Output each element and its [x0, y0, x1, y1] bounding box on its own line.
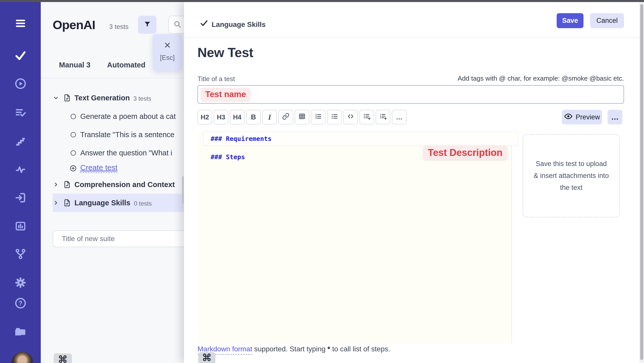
suite-row-language-skills[interactable]: Language Skills 0 tests	[53, 194, 184, 212]
bar-chart-icon[interactable]	[14, 220, 27, 232]
command-key-glyph: ⌘	[202, 352, 212, 363]
bold-button[interactable]: B	[246, 110, 261, 124]
test-row[interactable]: Answer the question "What i	[53, 144, 184, 162]
link-button[interactable]	[278, 110, 293, 124]
title-field-label: Title of a test	[197, 75, 235, 83]
test-title: Translate "This is a sentence	[80, 131, 174, 139]
test-status-icon	[70, 150, 77, 156]
svg-text:?: ?	[18, 300, 22, 307]
ordered-list-icon: 123	[314, 113, 322, 122]
preview-label: Preview	[576, 113, 600, 121]
activity-icon[interactable]	[14, 163, 27, 175]
markdown-footer: Markdown format supported. Start typing …	[197, 345, 390, 353]
description-editor[interactable]	[198, 131, 512, 343]
test-description-annotation: Test Description	[423, 146, 507, 159]
list-check-icon[interactable]	[14, 106, 27, 119]
user-avatar[interactable]	[12, 352, 33, 363]
suite-count: 3 tests	[133, 95, 151, 102]
table-icon	[298, 113, 306, 122]
tests-check-icon[interactable]	[14, 49, 27, 62]
new-test-modal: Language Skills Save Cancel New Test Tit…	[184, 2, 644, 363]
breadcrumb-suite-label: Language Skills	[212, 20, 266, 29]
ordered-list-add-icon: 123	[379, 112, 387, 122]
code-icon	[347, 113, 354, 122]
bullet-list-add-button[interactable]	[359, 110, 374, 124]
heading4-button[interactable]: H4	[230, 110, 245, 124]
preview-button[interactable]: Preview	[562, 110, 602, 124]
suite-doc-icon	[63, 94, 71, 102]
header-divider	[184, 38, 644, 38]
attachments-dropzone[interactable]: Save this test to upload & insert attach…	[522, 134, 620, 217]
tree-scrollbar-thumb[interactable]	[182, 176, 184, 204]
suite-count: 0 tests	[134, 200, 152, 207]
tab-manual[interactable]: Manual 3	[59, 59, 90, 71]
help-icon[interactable]: ?	[14, 297, 27, 309]
more-formatting-button[interactable]: …	[392, 110, 407, 124]
steps-icon[interactable]	[14, 135, 27, 147]
scrollbar-thumb[interactable]	[640, 4, 643, 360]
create-test-row: Create test	[53, 160, 184, 176]
chevron-right-icon[interactable]	[53, 200, 59, 206]
filter-button[interactable]	[138, 16, 156, 34]
test-status-icon	[70, 113, 77, 120]
filter-funnel-icon	[143, 20, 151, 29]
chevron-down-icon[interactable]	[53, 95, 59, 101]
gear-icon[interactable]	[15, 277, 26, 288]
heading2-button[interactable]: H2	[197, 110, 212, 124]
test-row[interactable]: Translate "This is a sentence	[53, 125, 184, 144]
plus-circle-icon[interactable]	[69, 165, 77, 172]
folder-icon[interactable]	[14, 324, 27, 338]
editor-overflow-button[interactable]: …	[608, 110, 622, 124]
test-title: Generate a poem about a cat	[80, 112, 176, 121]
suite-doc-icon	[63, 180, 71, 189]
search-icon	[173, 20, 182, 30]
suite-row-comprehension[interactable]: Comprehension and Context	[53, 176, 184, 193]
suite-name: Language Skills	[74, 199, 130, 207]
table-button[interactable]	[295, 110, 309, 124]
suite-name: Text Generation	[74, 94, 130, 102]
chevron-right-icon[interactable]	[53, 181, 59, 188]
bullet-list-add-icon	[363, 112, 371, 122]
code-button[interactable]	[343, 110, 358, 124]
bullet-list-icon	[331, 113, 338, 122]
ordered-list-add-button[interactable]: 123	[376, 110, 390, 124]
app-window: ? OpenAI 3 tests × [Esc] Manual 3 Automa…	[0, 0, 644, 363]
footer-text: supported. Start typing	[252, 345, 327, 353]
test-name-annotation: Test name	[201, 88, 250, 101]
footer-text-end: to call list of steps.	[330, 345, 390, 353]
tabs-divider	[41, 78, 184, 78]
test-row[interactable]: Generate a poem about a cat	[53, 107, 184, 125]
formatting-toolbar: H2 H3 H4 B I 123 123	[197, 110, 407, 124]
test-status-icon	[70, 131, 77, 138]
suite-row-text-generation[interactable]: Text Generation 3 tests	[53, 89, 184, 107]
bullet-list-button[interactable]	[327, 110, 342, 124]
branch-icon[interactable]	[14, 248, 27, 260]
search-input[interactable]	[168, 16, 184, 34]
menu-icon[interactable]	[15, 17, 26, 29]
ordered-list-button[interactable]: 123	[311, 110, 326, 124]
project-tests-count: 3 tests	[109, 23, 129, 30]
command-key-badge: ⌘	[198, 352, 215, 363]
italic-button[interactable]: I	[262, 110, 277, 124]
breadcrumb-check-icon	[199, 19, 209, 29]
save-button[interactable]: Save	[557, 13, 583, 28]
page-title: New Test	[197, 45, 253, 60]
import-icon[interactable]	[14, 192, 27, 204]
editor-active-line: ### Requirements	[203, 132, 518, 146]
test-title-input[interactable]	[197, 85, 624, 104]
play-circle-icon[interactable]	[14, 78, 27, 90]
tab-automated[interactable]: Automated	[107, 59, 145, 71]
cancel-button[interactable]: Cancel	[590, 13, 624, 28]
suites-panel: OpenAI 3 tests × [Esc] Manual 3 Automate…	[41, 2, 184, 363]
new-suite-input[interactable]	[53, 230, 184, 247]
close-icon[interactable]: ×	[164, 40, 171, 51]
filter-close-popup: × [Esc]	[153, 34, 182, 70]
window-top-edge	[0, 0, 644, 2]
attachments-hint-text: Save this test to upload & insert attach…	[533, 158, 609, 194]
link-icon	[282, 113, 290, 122]
markdown-line: ### Steps	[211, 153, 245, 161]
create-test-link[interactable]: Create test	[80, 164, 117, 173]
suite-doc-icon	[63, 198, 71, 207]
heading3-button[interactable]: H3	[214, 110, 228, 124]
footer-star: *	[328, 345, 330, 353]
